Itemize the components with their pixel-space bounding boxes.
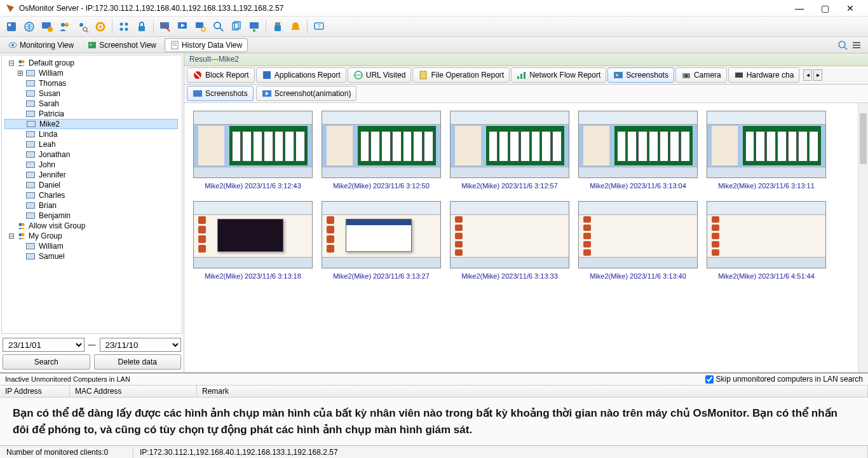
subtab-screenshots[interactable]: Screenshots: [187, 86, 254, 101]
user-search-icon[interactable]: [75, 19, 90, 34]
tree-node-linda[interactable]: Linda: [6, 129, 178, 139]
copy-icon[interactable]: [229, 19, 244, 34]
tab-url-visited[interactable]: URL Visited: [348, 67, 412, 83]
tree-node-mike2[interactable]: Mike2: [4, 119, 178, 129]
usb-icon[interactable]: [270, 19, 285, 34]
subtab-screenshot-animation[interactable]: Screenshot(animation): [256, 86, 357, 101]
maximize-button[interactable]: ▢: [812, 1, 837, 16]
tree-node-benjamin[interactable]: Benjamin: [6, 211, 178, 221]
lock-icon[interactable]: [134, 19, 149, 34]
screenshot-thumbnail[interactable]: Mike2(Mike) 2023/11/6 3:13:27: [322, 201, 441, 280]
thumbnail-image[interactable]: [322, 111, 441, 178]
tree-node-my-group[interactable]: ⊟My Group: [6, 231, 178, 241]
thumbnail-image[interactable]: [578, 111, 698, 178]
tab-file-operation-report[interactable]: File Operation Report: [412, 67, 510, 83]
tab-block-report[interactable]: Block Report: [187, 67, 255, 83]
tree-node-sarah[interactable]: Sarah: [6, 99, 178, 109]
tab-screenshots[interactable]: Screenshots: [607, 67, 674, 83]
tree-node-thomas[interactable]: Thomas: [6, 78, 178, 88]
globe-icon[interactable]: [22, 19, 37, 34]
tab-history-data-view[interactable]: History Data View: [165, 38, 248, 52]
col-mac-address[interactable]: MAC Address: [70, 385, 197, 397]
alert-icon[interactable]: [288, 19, 303, 34]
thumbnail-label: Mike2(Mike) 2023/11/6 3:12:57: [461, 182, 558, 190]
screenshot-thumbnail[interactable]: Mike2(Mike) 2023/11/6 3:12:50: [322, 111, 441, 190]
tab-network-flow-report[interactable]: Network Flow Report: [511, 67, 606, 83]
monitor-gear-icon[interactable]: [39, 19, 55, 34]
screenshot-thumbnail[interactable]: Mike2(Mike) 2023/11/6 4:51:44: [707, 201, 826, 280]
tree-node-patricia[interactable]: Patricia: [6, 109, 178, 119]
monitor-play-icon[interactable]: [175, 19, 191, 34]
monitor-search-icon[interactable]: [193, 19, 208, 34]
screenshot-thumbnail[interactable]: Mike2(Mike) 2023/11/6 3:12:57: [450, 111, 569, 190]
col-remark[interactable]: Remark: [197, 385, 868, 397]
tree-node-william[interactable]: ⊞William: [6, 68, 178, 78]
thumbnail-image[interactable]: [707, 201, 826, 268]
screenshot-thumbnail[interactable]: Mike2(Mike) 2023/11/6 3:13:11: [707, 111, 826, 190]
date-to-select[interactable]: 23/11/10: [100, 338, 182, 352]
search-icon[interactable]: [211, 19, 226, 34]
screenshot-thumbnail[interactable]: Mike2(Mike) 2023/11/6 3:13:40: [578, 201, 698, 280]
grid-icon[interactable]: [116, 19, 132, 34]
thumbnail-image[interactable]: [707, 111, 826, 178]
tab-screenshot-view[interactable]: Screenshot View: [82, 38, 162, 52]
tab-hardware-change[interactable]: Hardware cha: [728, 67, 800, 83]
thumbnail-grid[interactable]: Mike2(Mike) 2023/11/6 3:12:43Mike2(Mike)…: [184, 103, 868, 372]
tab-monitoring-view[interactable]: Monitoring View: [3, 38, 79, 52]
list-icon[interactable]: [851, 40, 862, 50]
svg-point-59: [616, 74, 618, 76]
tree-node-william[interactable]: William: [6, 241, 178, 251]
delete-data-button[interactable]: Delete data: [94, 354, 182, 370]
tab-applications-report[interactable]: Applications Report: [256, 67, 346, 83]
computer-icon: [26, 80, 35, 87]
tree-node-charles[interactable]: Charles: [6, 190, 178, 200]
left-pane: ⊟Default group⊞WilliamThomasSusanSarahPa…: [0, 53, 184, 372]
client-tree[interactable]: ⊟Default group⊞WilliamThomasSusanSarahPa…: [1, 55, 182, 334]
tree-node-leah[interactable]: Leah: [6, 139, 178, 149]
date-from-select[interactable]: 23/11/01: [3, 338, 85, 352]
thumbnail-image[interactable]: [322, 201, 441, 268]
tree-node-samuel[interactable]: Samuel: [6, 251, 178, 261]
screenshot-thumbnail[interactable]: Mike2(Mike) 2023/11/6 3:12:43: [193, 111, 313, 190]
tree-node-allow-visit-group[interactable]: Allow visit Group: [6, 221, 178, 231]
tree-node-jennifer[interactable]: Jennifer: [6, 170, 178, 180]
skip-unmonitored-checkbox[interactable]: Skip unmonitored computers in LAN search: [705, 375, 863, 384]
zoom-icon[interactable]: [837, 40, 848, 50]
thumbnail-image[interactable]: [193, 111, 313, 178]
screenshot-thumbnail[interactable]: Mike2(Mike) 2023/11/6 3:13:04: [578, 111, 698, 190]
search-button[interactable]: Search: [3, 354, 90, 370]
app-icon: [262, 70, 272, 80]
screenshot-thumbnail[interactable]: Mike2(Mike) 2023/11/6 3:13:33: [450, 201, 569, 280]
svg-rect-54: [420, 71, 426, 79]
users-icon[interactable]: [57, 19, 72, 34]
thumbnail-image[interactable]: [578, 201, 698, 268]
svg-rect-20: [196, 22, 203, 28]
status-ip: IP:172.30.112.1,192.168.40.1,192.168.133…: [133, 447, 868, 458]
tree-node-default-group[interactable]: ⊟Default group: [6, 58, 178, 68]
monitor-off-icon[interactable]: [158, 19, 173, 34]
computer-icon: [26, 162, 35, 168]
thumbnail-image[interactable]: [193, 201, 313, 268]
tree-node-susan[interactable]: Susan: [6, 88, 178, 99]
tab-camera[interactable]: Camera: [675, 67, 727, 83]
separator: [153, 20, 154, 34]
screenshot-thumbnail[interactable]: Mike2(Mike) 2023/11/6 3:13:18: [193, 201, 313, 280]
tab-next-button[interactable]: ▸: [813, 69, 822, 81]
svg-rect-29: [275, 25, 281, 31]
tab-prev-button[interactable]: ◂: [803, 69, 812, 81]
thumbnail-image[interactable]: [450, 201, 569, 268]
gear-icon[interactable]: [93, 19, 108, 34]
tree-node-daniel[interactable]: Daniel: [6, 180, 178, 190]
help-icon[interactable]: ?: [311, 19, 327, 34]
tree-node-john[interactable]: John: [6, 160, 178, 170]
close-button[interactable]: ✕: [837, 1, 863, 16]
col-ip-address[interactable]: IP Address: [0, 385, 70, 397]
minimize-button[interactable]: —: [787, 1, 812, 16]
tree-node-jonathan[interactable]: Jonathan: [6, 149, 178, 160]
monitor-network-icon[interactable]: [247, 19, 262, 34]
thumbnail-image[interactable]: [450, 111, 569, 178]
config-icon[interactable]: [4, 19, 19, 34]
document-icon: [170, 41, 179, 50]
vertical-scrollbar[interactable]: [858, 103, 868, 372]
tree-node-brian[interactable]: Brian: [6, 200, 178, 211]
